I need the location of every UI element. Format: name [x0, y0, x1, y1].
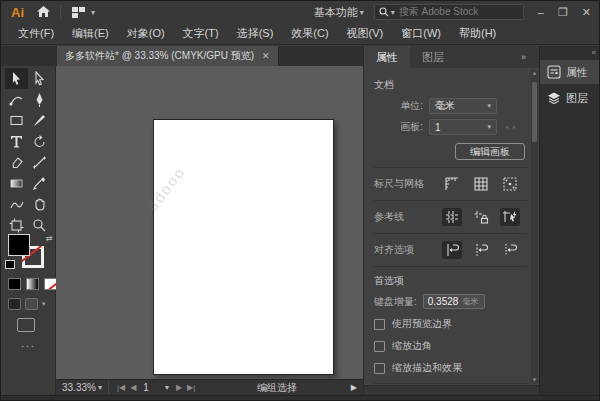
status-expand-arrow[interactable]: ▶ — [351, 383, 363, 392]
selection-tool-icon[interactable] — [5, 68, 28, 89]
draw-normal-icon[interactable] — [8, 298, 21, 310]
draw-behind-icon[interactable] — [25, 298, 38, 310]
menu-window[interactable]: 窗口(W) — [392, 26, 450, 41]
dock-item-properties[interactable]: 属性 — [540, 60, 600, 84]
prev-artboard-button[interactable]: ◀ — [130, 383, 136, 392]
arrange-documents-icon[interactable] — [67, 4, 89, 20]
edit-artboards-button[interactable]: 编辑画板 — [455, 143, 525, 160]
screen-mode-icon[interactable] — [17, 318, 35, 332]
scroll-down-icon[interactable]: ▼ — [531, 377, 538, 383]
artboard-number-select[interactable]: 1 ▾ — [141, 382, 171, 393]
menubar: 文件(F) 编辑(E) 对象(O) 文字(T) 选择(S) 效果(C) 视图(V… — [1, 23, 600, 45]
edit-toolbar-ellipsis[interactable]: ... — [1, 338, 56, 349]
canvas-area[interactable]: ddooo — [56, 66, 363, 379]
show-rulers-button[interactable] — [442, 175, 462, 193]
eyedropper-tool-icon[interactable] — [28, 173, 51, 194]
menu-effect[interactable]: 效果(C) — [282, 26, 337, 41]
type-tool-icon[interactable] — [5, 131, 28, 152]
scrollbar-thumb[interactable] — [532, 82, 537, 142]
snap-to-grid-button[interactable] — [500, 175, 520, 193]
chevron-down-icon: ▾ — [487, 102, 491, 110]
fill-swatch[interactable] — [8, 234, 30, 256]
snap-to-point-button[interactable] — [500, 208, 520, 226]
expand-dock-icon[interactable]: « — [592, 48, 596, 57]
statusbar: 33.33% ▾ |◀ ◀ 1 ▾ ▶ ▶| 编组选择 ▶ — [56, 379, 363, 395]
tab-close-icon[interactable]: ✕ — [262, 51, 270, 61]
default-swatches-icon[interactable] — [5, 260, 15, 269]
gradient-button[interactable] — [26, 278, 39, 290]
dock-item-layers[interactable]: 图层 — [540, 86, 600, 110]
gradient-tool-icon[interactable] — [5, 173, 28, 194]
tools-panel: ⇄ ▾ ... — [1, 66, 56, 395]
shaper-tool-icon[interactable] — [5, 194, 28, 215]
keyboard-increment-input[interactable]: 0.3528 毫米 — [423, 294, 485, 309]
window-bottom-edge — [1, 395, 600, 401]
color-button[interactable] — [8, 278, 21, 290]
pen-tool-icon[interactable] — [28, 89, 51, 110]
dock-layers-label: 图层 — [566, 91, 588, 106]
menu-object[interactable]: 对象(O) — [118, 26, 174, 41]
scale-strokes-effects-checkbox[interactable] — [374, 363, 385, 374]
maximize-button[interactable]: ❐ — [558, 6, 568, 19]
zoom-tool-icon[interactable] — [28, 215, 51, 236]
first-artboard-button[interactable]: |◀ — [117, 383, 125, 392]
artboard[interactable]: ddooo — [153, 119, 334, 375]
illustrator-window: Ai ▾ 基本功能 ▾ ▾ 搜索 Adobe Stock – ❐ ✕ 文件(F)… — [0, 0, 600, 401]
menu-edit[interactable]: 编辑(E) — [63, 26, 118, 41]
panel-scrollbar[interactable]: ▲ ▼ — [531, 70, 538, 383]
menu-type[interactable]: 文字(T) — [174, 26, 228, 41]
panel-body: 文档 单位: 毫米 ▾ 画板: 1 ▾ ◂▸ 编辑画板 — [364, 68, 539, 385]
menu-file[interactable]: 文件(F) — [9, 26, 63, 41]
menu-help[interactable]: 帮助(H) — [450, 26, 505, 41]
section-preferences-title: 首选项 — [374, 274, 527, 288]
document-tab[interactable]: 多多软件站* @ 33.33% (CMYK/GPU 预览) ✕ — [57, 46, 279, 66]
zoom-level-select[interactable]: 33.33% ▾ — [56, 380, 109, 395]
collapse-panel-icon[interactable]: » — [521, 52, 539, 62]
width-tool-icon[interactable] — [28, 152, 51, 173]
chevron-down-icon: ▾ — [391, 8, 395, 17]
lock-guides-button[interactable] — [471, 208, 491, 226]
workspace-switcher[interactable]: 基本功能 ▾ — [304, 5, 374, 20]
menu-view[interactable]: 视图(V) — [338, 26, 393, 41]
use-preview-bounds-checkbox[interactable] — [374, 319, 385, 330]
chevron-down-icon[interactable]: ▾ — [42, 300, 46, 308]
snap-to-pixel-button[interactable] — [442, 241, 462, 259]
artboard-tool-icon[interactable] — [5, 215, 28, 236]
scroll-up-icon[interactable]: ▲ — [531, 70, 538, 76]
artboard-select[interactable]: 1 ▾ — [429, 119, 497, 135]
divider — [374, 200, 527, 201]
rectangle-tool-icon[interactable] — [5, 110, 28, 131]
next-artboard-button[interactable]: ▶ — [176, 383, 182, 392]
paintbrush-tool-icon[interactable] — [28, 110, 51, 131]
scale-corners-checkbox[interactable] — [374, 341, 385, 352]
tool-grid — [5, 68, 51, 236]
tab-properties[interactable]: 属性 — [364, 46, 410, 68]
unit-select[interactable]: 毫米 ▾ — [429, 98, 497, 114]
direct-selection-tool-icon[interactable] — [28, 68, 51, 89]
artboard-prev-next-icons[interactable]: ◂▸ — [505, 123, 520, 131]
workspace-label: 基本功能 — [314, 5, 358, 20]
scale-strokes-effects-row: 缩放描边和效果 — [374, 361, 527, 375]
tab-layers[interactable]: 图层 — [410, 46, 456, 68]
curvature-tool-icon[interactable] — [5, 89, 28, 110]
close-button[interactable]: ✕ — [582, 6, 591, 19]
artboard-navigation: |◀ ◀ 1 ▾ ▶ ▶| — [109, 382, 203, 393]
last-artboard-button[interactable]: ▶| — [187, 383, 195, 392]
menu-select[interactable]: 选择(S) — [228, 26, 283, 41]
show-grid-button[interactable] — [471, 175, 491, 193]
hand-tool-icon[interactable] — [28, 194, 51, 215]
divider — [374, 167, 527, 168]
chevron-down-icon[interactable]: ▾ — [91, 8, 95, 17]
stock-search-input[interactable]: ▾ 搜索 Adobe Stock — [374, 4, 524, 20]
swap-fill-stroke-icon[interactable]: ⇄ — [46, 234, 53, 243]
eraser-tool-icon[interactable] — [5, 152, 28, 173]
align-point-button[interactable] — [500, 241, 520, 259]
document-tab-title: 多多软件站* @ 33.33% (CMYK/GPU 预览) — [65, 49, 254, 63]
rotate-tool-icon[interactable] — [28, 131, 51, 152]
align-glyph-button[interactable] — [471, 241, 491, 259]
minimize-button[interactable]: – — [538, 6, 544, 18]
align-options-label: 对齐选项 — [374, 243, 436, 257]
home-icon[interactable] — [32, 4, 54, 20]
scale-corners-label: 缩放边角 — [392, 339, 432, 353]
show-guides-button[interactable] — [442, 208, 462, 226]
